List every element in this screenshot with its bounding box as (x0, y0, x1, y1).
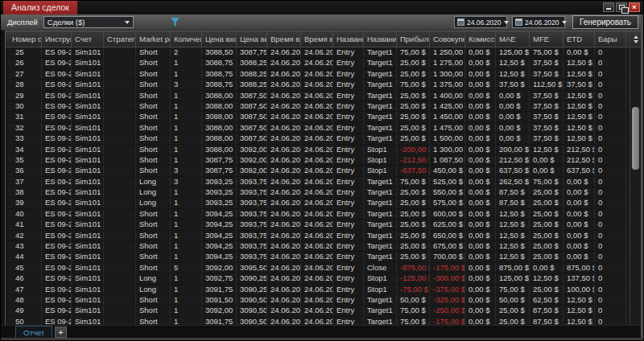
table-row[interactable]: 43ES 09-20Sim101Short13094,253093,7524.0… (7, 241, 641, 252)
column-header-account[interactable]: Счет (72, 31, 104, 47)
cell-etd: 212,50 $ (564, 155, 595, 165)
cell-exit_time: 24.06.2020 (301, 220, 333, 229)
column-header-exit_name[interactable]: Название (364, 31, 397, 47)
date-to-picker[interactable]: 24.06.2020 (512, 16, 565, 28)
column-header-commission[interactable]: Комиссия (465, 31, 496, 47)
column-header-market_pos[interactable]: Market po (136, 31, 171, 47)
cell-instrument: ES 09-20 (42, 91, 72, 101)
cell-market_pos: Short (136, 134, 171, 143)
add-tab-button[interactable]: + (55, 327, 67, 338)
cell-mfe: 12,50 $ (530, 273, 564, 283)
column-header-profit[interactable]: Прибыль (397, 31, 430, 47)
cell-bars: 0 (595, 101, 626, 111)
cell-exit_time: 24.06.2020 (301, 317, 333, 325)
date-from-picker[interactable]: 24.06.2020 (454, 16, 507, 28)
column-header-mae[interactable]: MAE (496, 31, 530, 47)
table-row[interactable]: 33ES 09-20Sim101Short13088,003087,5024.0… (7, 134, 641, 144)
cell-profit: 25,00 $ (397, 101, 430, 111)
table-row[interactable]: 41ES 09-20Sim101Short13094,253093,7524.0… (7, 220, 641, 230)
table-row[interactable]: 36ES 09-20Sim101Short33087,753092,0024.0… (7, 166, 641, 176)
column-header-bars[interactable]: Бары (595, 31, 626, 47)
table-row[interactable]: 31ES 09-20Sim101Short13088,003087,5024.0… (7, 112, 641, 122)
table-row[interactable]: 28ES 09-20Sim101Short33088,753088,2524.0… (7, 80, 641, 90)
column-header-cum_profit[interactable]: Совокупн (430, 31, 465, 47)
table-row[interactable]: 26ES 09-20Sim101Short13088,753088,2524.0… (7, 58, 641, 68)
filter-icon[interactable] (171, 18, 180, 27)
cell-market_pos: Short (136, 101, 171, 111)
table-row[interactable]: 38ES 09-20Sim101Long13093,253093,7524.06… (7, 187, 641, 198)
cell-instrument: ES 09-20 (42, 273, 72, 283)
table-row[interactable]: 32ES 09-20Sim101Short13088,003087,5024.0… (7, 123, 641, 134)
column-header-instrument[interactable]: Инструме (42, 31, 72, 47)
cell-exit_time: 24.06.2020 (301, 263, 333, 273)
table-row[interactable]: 47ES 09-20Sim101Long13091,753090,2524.06… (7, 285, 641, 295)
cell-entry_name: Entry (333, 198, 364, 207)
table-row[interactable]: 40ES 09-20Sim101Short13094,253093,7524.0… (7, 209, 641, 220)
table-row[interactable]: 29ES 09-20Sim101Short13088,003087,5024.0… (7, 91, 641, 101)
cell-entry_price: 3088,00 (202, 123, 237, 133)
cell-etd: 12,50 $ (564, 101, 595, 111)
close-button[interactable]: × (629, 2, 640, 12)
cell-market_pos: Short (136, 209, 171, 219)
column-header-exit_time[interactable]: Время вы (301, 31, 333, 47)
table-row[interactable]: 49ES 09-20Sim101Short13092,003090,5024.0… (7, 306, 641, 316)
table-row[interactable]: 50ES 09-20Sim101Short13091,753090,5024.0… (7, 317, 641, 325)
cell-quantity: 1 (171, 220, 202, 229)
cell-commission: 0,00 $ (465, 69, 496, 79)
cell-cum_profit: 1 400,00 $ (430, 91, 465, 101)
table-row[interactable]: 46ES 09-20Sim101Long13092,753090,2524.06… (7, 273, 641, 284)
scrollbar-thumb[interactable] (632, 107, 639, 170)
column-header-entry_time[interactable]: Время вх (267, 31, 301, 47)
minimize-button[interactable] (603, 2, 614, 12)
cell-num: 41 (7, 220, 42, 229)
cell-commission: 0,00 $ (465, 101, 496, 111)
vertical-scrollbar[interactable] (630, 31, 641, 325)
cell-entry_name: Entry (333, 306, 364, 315)
column-header-num[interactable]: Номер сд (7, 31, 42, 47)
cell-account: Sim101 (72, 198, 104, 207)
cell-etd: 12,50 $ (564, 306, 595, 315)
column-header-mfe[interactable]: MFE (530, 31, 564, 47)
cell-account: Sim101 (72, 58, 104, 68)
cell-bars: 0 (595, 80, 626, 89)
cell-etd: 37,50 $ (564, 80, 595, 89)
cell-exit_name: Target1 (364, 69, 397, 79)
table-row[interactable]: 37ES 09-20Sim101Long33093,253093,7524.06… (7, 177, 641, 187)
column-header-etd[interactable]: ETD (564, 31, 595, 47)
cell-exit_name: Target1 (364, 58, 397, 68)
column-header-strategy[interactable]: Стратеги (104, 31, 136, 47)
restore-button[interactable] (616, 2, 627, 12)
cell-exit_price: 3088,25 (237, 58, 267, 68)
cell-exit_name: Target1 (364, 112, 397, 121)
cell-account: Sim101 (72, 101, 104, 111)
table-row[interactable]: 39ES 09-20Sim101Long13093,253093,7524.06… (7, 198, 641, 208)
cell-quantity: 1 (171, 295, 202, 305)
cell-commission: 0,00 $ (465, 231, 496, 240)
cell-exit_price: 3090,25 (237, 273, 267, 283)
table-row[interactable]: 25ES 09-20Sim101Short23088,503087,7524.0… (7, 47, 641, 58)
table-row[interactable]: 48ES 09-20Sim101Short13091,503090,5024.0… (7, 295, 641, 306)
table-row[interactable]: 45ES 09-20Sim101Short53092,003095,5024.0… (7, 263, 641, 273)
cell-entry_price: 3088,75 (202, 80, 237, 89)
table-row[interactable]: 35ES 09-20Sim101Short13087,753092,0024.0… (7, 155, 641, 166)
cell-exit_price: 3087,75 (237, 47, 267, 57)
cell-entry_price: 3091,50 (202, 295, 237, 305)
table-row[interactable]: 30ES 09-20Sim101Short13088,003087,5024.0… (7, 101, 641, 112)
display-dropdown[interactable]: Сделки ($) (43, 16, 134, 28)
column-header-entry_price[interactable]: Цена вхо (202, 31, 237, 47)
column-header-entry_name[interactable]: Название (333, 31, 364, 47)
cell-entry_price: 3094,25 (202, 231, 237, 240)
column-header-quantity[interactable]: Количест (171, 31, 202, 47)
column-header-exit_price[interactable]: Цена вых (237, 31, 267, 47)
table-row[interactable]: 27ES 09-20Sim101Short13088,753088,2524.0… (7, 69, 641, 80)
table-row[interactable]: 42ES 09-20Sim101Short13094,253093,7524.0… (7, 231, 641, 241)
generate-button[interactable]: Генерировать (572, 15, 638, 29)
table-row[interactable]: 44ES 09-20Sim101Short13094,253093,7524.0… (7, 252, 641, 262)
cell-entry_price: 3088,75 (202, 58, 237, 68)
cell-exit_price: 3095,50 (237, 263, 267, 273)
scroll-stepper[interactable] (630, 31, 641, 47)
cell-profit: 25,00 $ (397, 198, 430, 207)
date-from-value: 24.06.2020 (467, 18, 502, 27)
table-row[interactable]: 34ES 09-20Sim101Short13088,003092,0024.0… (7, 145, 641, 155)
cell-account: Sim101 (72, 220, 104, 229)
